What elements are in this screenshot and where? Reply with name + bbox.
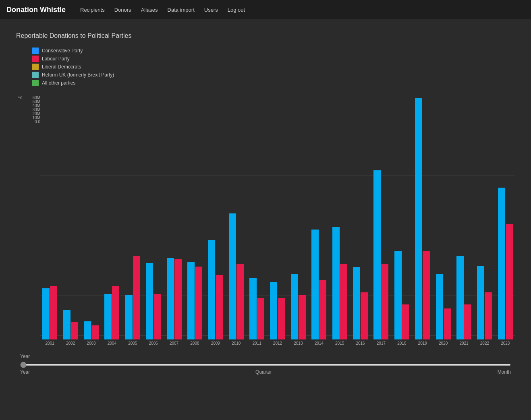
- slider-label-year: Year: [20, 369, 30, 375]
- year-bars: [309, 98, 328, 339]
- year-bars: [61, 98, 80, 339]
- year-bars: [206, 98, 225, 339]
- year-bars: [496, 98, 515, 339]
- bar-conservative: [229, 213, 236, 339]
- year-label: 2005: [128, 341, 137, 346]
- bar-conservative: [291, 274, 298, 339]
- year-bars: [40, 98, 59, 339]
- bar-labour: [361, 292, 368, 339]
- bar-labour: [506, 224, 513, 339]
- nav-logout[interactable]: Log out: [228, 7, 245, 13]
- legend-conservative: Conservative Party: [32, 48, 515, 54]
- year-bars: [413, 98, 432, 339]
- year-bars: [247, 98, 266, 339]
- year-group: 2003: [82, 98, 101, 346]
- bar-conservative: [187, 262, 195, 339]
- year-group: 2013: [289, 98, 308, 346]
- legend-color-conservative: [32, 48, 39, 54]
- year-bars: [164, 98, 183, 339]
- nav-aliases[interactable]: Aliases: [141, 7, 158, 13]
- year-bars: [454, 98, 473, 339]
- main-content: Reportable Donations to Political Partie…: [0, 19, 531, 383]
- bar-conservative: [394, 251, 402, 339]
- bar-labour: [257, 298, 264, 339]
- legend-other: All other parties: [32, 80, 515, 86]
- bar-conservative: [84, 321, 91, 339]
- bar-conservative: [208, 240, 215, 339]
- bar-conservative: [415, 98, 422, 339]
- year-group: 2005: [123, 98, 142, 346]
- year-group: 2014: [309, 98, 328, 346]
- slider-label-month: Month: [498, 369, 511, 375]
- bar-labour: [381, 264, 388, 339]
- bar-labour: [340, 264, 347, 339]
- legend-label-other: All other parties: [42, 80, 75, 86]
- year-bars: [392, 98, 411, 339]
- year-group: 2012: [268, 98, 287, 346]
- year-bars: [102, 98, 121, 339]
- bar-labour: [236, 264, 244, 339]
- year-group: 2023: [496, 98, 515, 346]
- year-label: 2010: [232, 341, 241, 346]
- year-bars: [227, 98, 246, 339]
- legend-color-reform: [32, 72, 39, 78]
- bar-conservative: [249, 278, 257, 339]
- legend-color-labour: [32, 56, 39, 62]
- year-group: 2002: [61, 98, 80, 346]
- year-label: 2001: [46, 341, 54, 346]
- bar-conservative: [353, 267, 360, 339]
- bar-conservative: [456, 256, 464, 339]
- year-group: 2007: [164, 98, 183, 346]
- legend-reform: Reform UK (formerly Brexit Party): [32, 72, 515, 78]
- nav-data-import[interactable]: Data import: [168, 7, 195, 13]
- bar-labour: [278, 298, 285, 339]
- chart-title: Reportable Donations to Political Partie…: [16, 32, 515, 39]
- chart-inner: 2001200220032004200520062007200820092010…: [40, 96, 515, 346]
- year-label: 2014: [315, 341, 324, 346]
- nav-recipients[interactable]: Recipients: [80, 7, 105, 13]
- bar-conservative: [436, 274, 443, 339]
- nav-users[interactable]: Users: [204, 7, 218, 13]
- year-label: 2019: [418, 341, 427, 346]
- year-label: 2007: [170, 341, 178, 346]
- bar-labour: [195, 267, 202, 339]
- slider-label-top: Year: [20, 354, 511, 359]
- nav-donors[interactable]: Donors: [114, 7, 131, 13]
- legend-color-libdem: [32, 64, 39, 70]
- year-slider[interactable]: [20, 364, 511, 366]
- year-bars: [434, 98, 452, 339]
- bar-labour: [50, 286, 57, 339]
- bar-labour: [423, 251, 430, 339]
- bar-labour: [174, 259, 182, 339]
- year-bars: [185, 98, 204, 339]
- year-label: 2006: [149, 341, 158, 346]
- app-title: Donation Whistle: [6, 6, 66, 14]
- year-bars: [82, 98, 101, 339]
- year-group: 2004: [102, 98, 121, 346]
- bar-conservative: [146, 263, 153, 339]
- year-label: 2003: [87, 341, 95, 346]
- legend-labour: Labour Party: [32, 56, 515, 62]
- year-bars: [268, 98, 287, 339]
- year-group: 2006: [144, 98, 163, 346]
- year-group: 2022: [475, 98, 494, 346]
- bar-labour: [464, 304, 471, 339]
- bar-conservative: [311, 230, 319, 339]
- bar-labour: [319, 280, 326, 339]
- year-group: 2015: [330, 98, 349, 346]
- year-group: 2021: [454, 98, 473, 346]
- year-bars: [289, 98, 308, 339]
- year-label: 2011: [252, 341, 261, 346]
- slider-labels-bottom: Year Quarter Month: [20, 369, 511, 375]
- year-label: 2013: [294, 341, 303, 346]
- year-group: 2016: [351, 98, 370, 346]
- year-bars: [144, 98, 163, 339]
- bar-labour: [153, 294, 161, 339]
- ytick-0: 0.0: [26, 120, 40, 124]
- legend-label-labour: Labour Party: [42, 56, 70, 62]
- legend-label-conservative: Conservative Party: [42, 48, 83, 54]
- bar-conservative: [373, 170, 381, 339]
- chart-wrapper: £ 0.0 10M 20M 30M 40M 50M 60M 2001200220…: [16, 96, 515, 346]
- yaxis-label: £: [16, 96, 24, 99]
- year-label: 2012: [273, 341, 282, 346]
